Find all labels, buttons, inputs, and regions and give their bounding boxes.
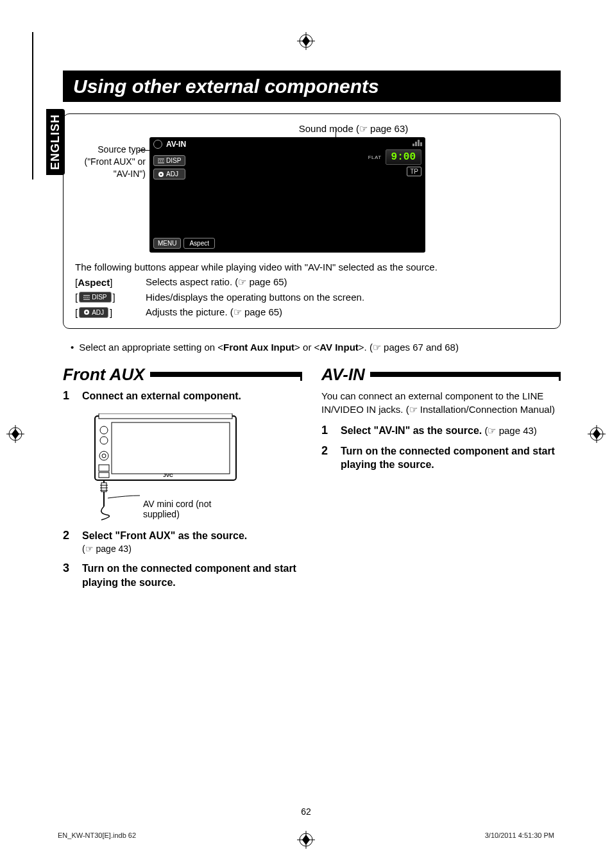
step-number: 1 [63,389,74,403]
source-type-callout: Source type ("Front AUX" or "AV-IN") [75,144,146,180]
front-aux-column: Front AUX 1 Connect an external componen… [63,366,302,596]
front-aux-step-3: 3 Turn on the connected component and st… [63,562,302,589]
screenshot-source-label: AV-IN [166,140,186,149]
step-body: Select "Front AUX" as the source. (☞ pag… [82,529,247,556]
front-aux-title: Front AUX [63,366,150,383]
av-in-column: AV-IN You can connect an external compon… [321,366,561,596]
device-screenshot: AV-IN DISP ADJ [149,137,425,253]
bullet-bold-1: Front Aux Input [223,342,294,353]
page: ENGLISH Using other external components … [0,0,612,868]
step-tail: (☞ page 43) [482,425,537,436]
front-aux-step-1: 1 Connect an external component. [63,389,302,403]
setting-note: • Select an appropriate setting on <Fron… [71,342,561,353]
svg-marker-3 [302,36,310,46]
footer-right: 3/10/2011 4:51:30 PM [485,831,554,839]
illustration-caption: AV mini cord (not supplied) [143,499,246,519]
step-number: 2 [63,529,74,556]
registration-mark-icon [588,425,606,443]
two-column-layout: Front AUX 1 Connect an external componen… [63,366,561,596]
heading-rule [150,372,302,377]
desc-val-disp: Hides/displays the operating buttons on … [146,292,548,303]
desc-key-disp: [ DISP ] [75,292,146,303]
leader-line [138,150,149,151]
step-sub: (☞ page 43) [82,544,132,554]
knob-icon [158,171,164,178]
disp-key-label: DISP [92,294,106,301]
desc-val-adj: Adjusts the picture. (☞ page 65) [146,306,548,318]
bullet-text-1: Select an appropriate setting on < [79,342,223,353]
flat-label: FLAT [368,154,382,160]
screenshot-wrap: Source type ("Front AUX" or "AV-IN") AV-… [75,137,548,253]
adj-key-label: ADJ [92,309,104,316]
device-illustration-wrap: JVC AV mini cord (not supplied) [82,410,302,548]
adj-button-inline: ADJ [79,307,108,318]
bullet-text-2: > or < [294,342,319,353]
bullet-bold-2: AV Input [319,342,359,353]
svg-text:JVC: JVC [163,472,173,478]
desc-key-adj: [ ADJ ] [75,307,146,318]
disp-button-inline: DISP [79,292,111,303]
print-footer: EN_KW-NT30[E].indb 62 3/10/2011 4:51:30 … [58,831,554,839]
av-in-intro: You can connect an external component to… [321,389,561,416]
sound-mode-callout: Sound mode (☞ page 63) [158,123,548,135]
svg-rect-28 [99,413,232,419]
button-description-table: [Aspect] Selects aspect ratio. (☞ page 6… [75,276,548,318]
av-in-step-2: 2 Turn on the connected component and st… [321,444,561,472]
footer-left: EN_KW-NT30[E].indb 62 [58,831,136,839]
screenshot-side-buttons: DISP ADJ [153,155,185,179]
svg-point-25 [86,312,88,313]
svg-rect-27 [112,422,230,474]
tp-indicator: TP [407,167,421,176]
registration-mark-icon [6,425,24,443]
binding-guide-line [32,32,33,179]
language-tab: ENGLISH [46,109,65,175]
adj-button[interactable]: ADJ [153,169,185,179]
step-title: Turn on the connected component and star… [341,444,561,472]
section-title: Using other external components [63,71,561,102]
bullet-text: Select an appropriate setting on <Front … [79,342,459,353]
bullet-marker: • [71,342,74,353]
disp-button-label: DISP [166,157,181,164]
diagram-panel: Sound mode (☞ page 63) Source type ("Fro… [63,113,561,329]
step-title: Connect an external component. [82,389,241,403]
diagram-note: The following buttons appear while playi… [75,262,548,272]
clock-display: 9:00 [386,149,421,165]
disc-icon [153,140,162,149]
step-title: Turn on the connected component and star… [82,562,302,589]
bullet-text-3: >. (☞ pages 67 and 68) [359,342,459,353]
equalizer-icon [412,140,421,146]
page-number: 62 [301,806,311,817]
bars-icon [83,295,90,300]
adj-button-label: ADJ [166,171,178,178]
step-number: 3 [63,562,74,589]
av-in-heading: AV-IN [321,366,561,383]
screenshot-right-panel: FLAT 9:00 TP [368,140,421,176]
front-aux-heading: Front AUX [63,366,302,383]
aspect-key-label: Aspect [78,277,110,288]
bars-icon [158,158,164,163]
front-aux-step-2: 2 Select "Front AUX" as the source. (☞ p… [63,529,302,556]
svg-point-20 [160,173,162,175]
av-in-title: AV-IN [321,366,370,383]
disp-button[interactable]: DISP [153,155,185,166]
screenshot-bottom-buttons: MENU Aspect [153,238,215,249]
knob-icon [83,309,90,315]
leader-line [336,127,336,137]
step-number: 2 [321,444,333,472]
step-number: 1 [321,424,333,438]
step-title: Select "AV-IN" as the source. [341,425,482,436]
registration-mark-icon [297,32,315,50]
step-body: Select "AV-IN" as the source. (☞ page 43… [341,424,537,438]
av-in-step-1: 1 Select "AV-IN" as the source. (☞ page … [321,424,561,438]
menu-button[interactable]: MENU [153,238,181,249]
svg-marker-11 [593,429,600,439]
step-title: Select "Front AUX" as the source. [82,530,247,541]
aspect-button[interactable]: Aspect [183,238,215,249]
desc-key-aspect: [Aspect] [75,277,146,288]
svg-marker-7 [12,429,19,439]
desc-val-aspect: Selects aspect ratio. (☞ page 65) [146,276,548,288]
heading-rule [370,372,561,377]
